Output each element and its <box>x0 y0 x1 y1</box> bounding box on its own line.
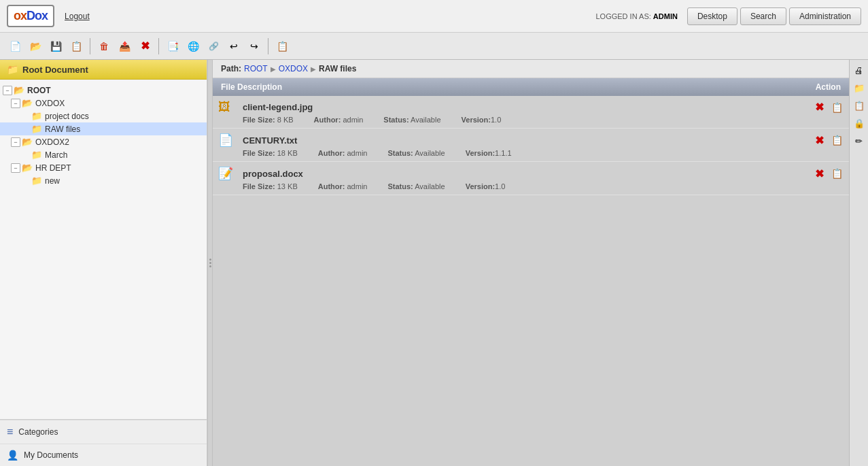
label-march: March <box>45 150 67 160</box>
redirect-button[interactable]: ↩ <box>224 37 243 56</box>
link-button[interactable]: 🔗 <box>204 37 223 56</box>
file-meta-3: File Size: 13 KB Author: admin Status: A… <box>243 182 844 190</box>
rp-lock-icon[interactable]: 🔒 <box>852 116 867 131</box>
file-size-1: File Size: 8 KB <box>243 116 294 124</box>
logo-box: oxDox <box>7 5 54 27</box>
file-meta-spacer-2 <box>218 149 243 157</box>
info-button[interactable]: 📋 <box>273 37 292 56</box>
delete-icon-3: ✖ <box>815 167 824 180</box>
file-row-bottom-2: File Size: 18 KB Author: admin Status: A… <box>213 149 849 161</box>
logged-in-text: LOGGED IN AS: ADMIN <box>595 12 677 20</box>
label-raw-files: RAW files <box>45 124 80 134</box>
rp-edit-icon[interactable]: ✏ <box>852 133 867 148</box>
breadcrumb-arrow-2: ▶ <box>311 65 316 73</box>
file-meta-spacer-3 <box>218 182 243 190</box>
label-new: new <box>45 176 60 186</box>
sidebar-item-project-docs[interactable]: 📁 project docs <box>0 110 207 122</box>
author-3: Author: admin <box>318 182 368 190</box>
file-actions-3: ✖ 📋 <box>762 167 844 180</box>
administration-button[interactable]: Administration <box>789 7 861 25</box>
delete-icon-1: ✖ <box>815 101 824 114</box>
logo-ox: ox <box>14 9 27 22</box>
folder-icon-hr-dept: 📂 <box>22 163 33 173</box>
logo-dox: Dox <box>27 9 48 22</box>
file-name-1: client-legend.jpg <box>243 102 762 112</box>
delete-button-1[interactable]: ✖ <box>812 101 826 114</box>
file-row-top-2: 📄 CENTURY.txt ✖ 📋 <box>213 129 849 149</box>
sidebar-item-oxdox2[interactable]: − 📂 OXDOX2 <box>0 135 207 148</box>
sidebar-item-hr-dept[interactable]: − 📂 HR DEPT <box>0 161 207 174</box>
network-button[interactable]: 🌐 <box>184 37 203 56</box>
copy-button-2[interactable]: 📋 <box>830 133 844 147</box>
copy-button[interactable]: 📑 <box>163 37 182 56</box>
sidebar-tree: − 📂 ROOT − 📂 OXDOX 📁 project docs 📁 RAW … <box>0 80 207 419</box>
sidebar-item-oxdox[interactable]: − 📂 OXDOX <box>0 97 207 110</box>
sidebar-item-raw-files[interactable]: 📁 RAW files <box>0 122 207 135</box>
export-button[interactable]: 📋 <box>67 37 86 56</box>
file-name-2: CENTURY.txt <box>243 135 762 146</box>
resize-dot-1 <box>209 259 211 261</box>
sidebar-header: 📁 Root Document <box>0 60 207 80</box>
version-2: Version:1.1.1 <box>466 149 512 157</box>
remove-button[interactable]: ✖ <box>135 37 154 56</box>
sidebar-item-root[interactable]: − 📂 ROOT <box>0 84 207 97</box>
categories-label: Categories <box>18 427 58 437</box>
delete-button-3[interactable]: ✖ <box>812 167 826 180</box>
file-meta-2: File Size: 18 KB Author: admin Status: A… <box>243 149 844 157</box>
copy-button-1[interactable]: 📋 <box>830 101 844 114</box>
new-doc-button[interactable]: 📄 <box>5 37 24 56</box>
categories-icon: ≡ <box>7 426 13 438</box>
label-root: ROOT <box>27 86 51 95</box>
table-row: 📄 CENTURY.txt ✖ 📋 File Size: 18 KB <box>213 129 849 162</box>
delete-button-2[interactable]: ✖ <box>812 133 826 147</box>
file-meta-1: File Size: 8 KB Author: admin Status: Av… <box>243 116 844 124</box>
label-oxdox: OXDOX <box>35 99 65 108</box>
header-right: LOGGED IN AS: ADMIN Desktop Search Admin… <box>595 7 861 25</box>
rp-print-icon[interactable]: 🖨 <box>852 63 867 78</box>
breadcrumb: Path: ROOT ▶ OXDOX ▶ RAW files <box>213 60 849 78</box>
toggle-hr-dept[interactable]: − <box>11 163 20 173</box>
sidebar-footer: ≡ Categories 👤 My Documents <box>0 419 207 466</box>
file-size-3: File Size: 13 KB <box>243 182 298 190</box>
sidebar-item-new[interactable]: 📁 new <box>0 174 207 187</box>
file-row-bottom-1: File Size: 8 KB Author: admin Status: Av… <box>213 116 849 128</box>
toolbar-separator-1 <box>90 38 90 54</box>
logout-button[interactable]: Logout <box>65 12 90 21</box>
open-folder-button[interactable]: 📂 <box>26 37 45 56</box>
rp-clipboard-icon[interactable]: 📋 <box>852 98 867 113</box>
rp-folder-icon[interactable]: 📁 <box>852 80 867 95</box>
folder-icon-march: 📁 <box>31 150 42 160</box>
sidebar: 📁 Root Document − 📂 ROOT − 📂 OXDOX 📁 pro… <box>0 60 207 466</box>
status-2: Status: Available <box>387 149 445 157</box>
col-action: Action <box>759 82 841 92</box>
file-actions-2: ✖ 📋 <box>762 133 844 147</box>
toolbar-separator-3 <box>268 38 268 54</box>
toggle-oxdox[interactable]: − <box>11 99 20 108</box>
file-actions-1: ✖ 📋 <box>762 101 844 114</box>
categories-item[interactable]: ≡ Categories <box>0 420 207 444</box>
sidebar-title: Root Document <box>22 65 88 75</box>
folder-icon-oxdox2: 📂 <box>22 137 33 147</box>
move-button[interactable]: 📤 <box>115 37 134 56</box>
copy-button-3[interactable]: 📋 <box>830 167 844 180</box>
toggle-root[interactable]: − <box>3 86 12 95</box>
search-button[interactable]: Search <box>740 7 786 25</box>
file-row-top-1: 🖼 client-legend.jpg ✖ 📋 <box>213 96 849 116</box>
my-documents-icon: 👤 <box>7 450 18 461</box>
desktop-button[interactable]: Desktop <box>687 7 737 25</box>
delete-button[interactable]: 🗑 <box>94 37 114 56</box>
delete-icon-2: ✖ <box>815 134 824 147</box>
save-button[interactable]: 💾 <box>46 37 65 56</box>
file-meta-spacer-1 <box>218 116 243 124</box>
table-row: 📝 proposal.docx ✖ 📋 File Size: 13 <box>213 162 849 195</box>
right-panel: 🖨 📁 📋 🔒 ✏ <box>849 60 868 466</box>
breadcrumb-root[interactable]: ROOT <box>244 64 268 73</box>
breadcrumb-oxdox[interactable]: OXDOX <box>279 64 308 73</box>
forward-button[interactable]: ↪ <box>245 37 264 56</box>
toggle-oxdox2[interactable]: − <box>11 137 20 147</box>
my-documents-item[interactable]: 👤 My Documents <box>0 444 207 466</box>
resize-handle[interactable] <box>207 60 213 466</box>
main-layout: 📁 Root Document − 📂 ROOT − 📂 OXDOX 📁 pro… <box>0 60 868 466</box>
sidebar-item-march[interactable]: 📁 March <box>0 148 207 161</box>
file-icon-3: 📝 <box>218 166 243 181</box>
